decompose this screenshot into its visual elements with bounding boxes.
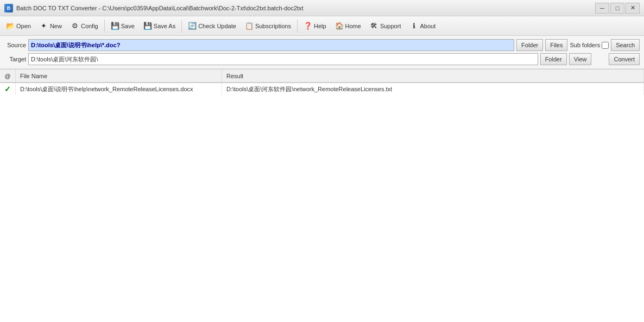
save-as-label: Save As bbox=[154, 23, 175, 29]
open-label: Open bbox=[16, 23, 31, 29]
about-label: About bbox=[420, 23, 435, 29]
home-icon: 🏠 bbox=[335, 22, 344, 30]
app-icon: B bbox=[4, 4, 13, 12]
check-update-button[interactable]: 🔄 Check Update bbox=[184, 18, 240, 34]
about-icon: ℹ bbox=[409, 22, 418, 30]
help-icon: ❓ bbox=[304, 22, 312, 30]
home-button[interactable]: 🏠 Home bbox=[331, 18, 365, 34]
target-folder-button[interactable]: Folder bbox=[540, 53, 567, 65]
search-button[interactable]: Search bbox=[611, 39, 640, 51]
save-as-button[interactable]: 💾 Save As bbox=[140, 18, 179, 34]
open-icon: 📂 bbox=[6, 22, 15, 30]
save-button[interactable]: 💾 Save bbox=[107, 18, 138, 34]
target-input[interactable] bbox=[28, 53, 538, 65]
row-result: D:\tools\桌面\河东软件园\network_RemoteReleaseL… bbox=[222, 83, 644, 95]
subfolders-checkbox[interactable] bbox=[602, 42, 609, 49]
source-label: Source bbox=[4, 42, 26, 48]
save-label: Save bbox=[121, 23, 135, 29]
config-label: Config bbox=[81, 23, 98, 29]
source-input[interactable] bbox=[28, 39, 514, 51]
check-update-icon: 🔄 bbox=[188, 22, 197, 30]
support-button[interactable]: 🛠 Support bbox=[366, 18, 405, 34]
row-filename: D:\tools\桌面\说明书\help\network_RemoteRelea… bbox=[16, 83, 222, 95]
table-header-row: @ File Name Result bbox=[0, 70, 644, 83]
maximize-button[interactable]: □ bbox=[610, 3, 624, 14]
convert-button[interactable]: Convert bbox=[609, 53, 640, 65]
support-label: Support bbox=[380, 23, 401, 29]
table-row: ✓D:\tools\桌面\说明书\help\network_RemoteRele… bbox=[0, 83, 644, 95]
subscriptions-label: Subscriptions bbox=[255, 23, 291, 29]
row-status: ✓ bbox=[0, 83, 16, 95]
col-header-status: @ bbox=[0, 70, 16, 83]
file-table-container: @ File Name Result ✓D:\tools\桌面\说明书\help… bbox=[0, 69, 644, 322]
new-button[interactable]: ✦ New bbox=[36, 18, 66, 34]
target-view-button[interactable]: View bbox=[569, 53, 592, 65]
source-files-button[interactable]: Files bbox=[545, 39, 567, 51]
separator-3 bbox=[297, 20, 298, 33]
subscriptions-button[interactable]: 📋 Subscriptions bbox=[241, 18, 295, 34]
file-table: @ File Name Result ✓D:\tools\桌面\说明书\help… bbox=[0, 70, 644, 95]
window-controls: ─ □ ✕ bbox=[595, 3, 640, 14]
support-icon: 🛠 bbox=[370, 22, 378, 30]
minimize-button[interactable]: ─ bbox=[595, 3, 609, 14]
new-label: New bbox=[50, 23, 62, 29]
status-check-icon: ✓ bbox=[4, 85, 11, 93]
target-row: Target Folder View Convert bbox=[4, 53, 640, 65]
about-button[interactable]: ℹ About bbox=[406, 18, 439, 34]
separator-2 bbox=[181, 20, 182, 33]
open-button[interactable]: 📂 Open bbox=[2, 18, 35, 34]
help-label: Help bbox=[314, 23, 326, 29]
check-update-label: Check Update bbox=[198, 23, 236, 29]
source-folder-button[interactable]: Folder bbox=[516, 39, 543, 51]
target-label: Target bbox=[4, 56, 26, 62]
save-as-icon: 💾 bbox=[143, 22, 152, 30]
config-button[interactable]: ⚙ Config bbox=[67, 18, 102, 34]
subfolders-group: Sub folders bbox=[570, 42, 609, 49]
save-icon: 💾 bbox=[111, 22, 119, 30]
close-button[interactable]: ✕ bbox=[626, 3, 640, 14]
config-icon: ⚙ bbox=[71, 22, 79, 30]
subscriptions-icon: 📋 bbox=[245, 22, 254, 30]
title-bar: B Batch DOC TO TXT Converter - C:\Users\… bbox=[0, 0, 644, 16]
help-button[interactable]: ❓ Help bbox=[300, 18, 330, 34]
window-title: Batch DOC TO TXT Converter - C:\Users\pc… bbox=[16, 5, 304, 11]
home-label: Home bbox=[345, 23, 361, 29]
col-header-result: Result bbox=[222, 70, 644, 83]
content-area: @ File Name Result ✓D:\tools\桌面\说明书\help… bbox=[0, 69, 644, 322]
col-header-filename: File Name bbox=[16, 70, 222, 83]
form-area: Source Folder Files Sub folders Search T… bbox=[0, 36, 644, 69]
separator-1 bbox=[104, 20, 105, 33]
subfolders-label: Sub folders bbox=[570, 42, 600, 48]
source-row: Source Folder Files Sub folders Search bbox=[4, 39, 640, 51]
toolbar: 📂 Open ✦ New ⚙ Config 💾 Save 💾 Save As 🔄… bbox=[0, 16, 644, 36]
new-icon: ✦ bbox=[40, 22, 48, 30]
